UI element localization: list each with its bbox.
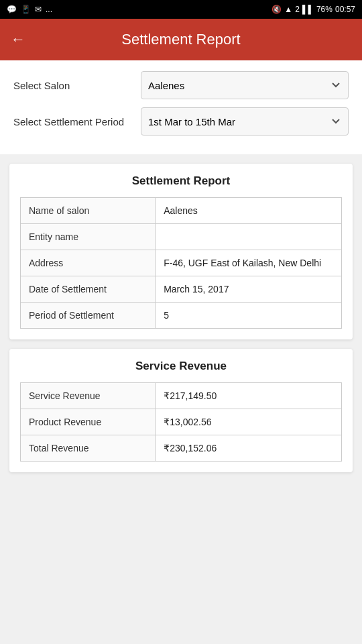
back-arrow-icon: ←	[11, 31, 25, 48]
settlement-table: Name of salon Aalenes Entity name Addres…	[20, 197, 342, 329]
phone-icon: 📱	[21, 5, 31, 14]
table-row: Product Revenue ₹13,002.56	[21, 409, 342, 435]
time-display: 00:57	[335, 5, 355, 14]
period-row: Select Settlement Period 1st Mar to 15th…	[13, 107, 349, 136]
table-row: Service Revenue ₹217,149.50	[21, 383, 342, 409]
table-row: Name of salon Aalenes	[21, 198, 342, 224]
salon-label: Select Salon	[13, 80, 141, 91]
row-value: ₹230,152.06	[156, 435, 342, 462]
row-label: Date of Settlement	[21, 276, 156, 303]
row-label: Address	[21, 250, 156, 276]
row-label: Product Revenue	[21, 409, 156, 435]
row-label: Entity name	[21, 224, 156, 250]
settlement-report-title: Settlement Report	[20, 174, 342, 188]
row-label: Period of Settlement	[21, 303, 156, 329]
back-button[interactable]: ←	[11, 31, 25, 48]
period-label: Select Settlement Period	[13, 116, 141, 127]
row-value	[156, 224, 342, 250]
row-value: March 15, 2017	[156, 276, 342, 303]
service-revenue-card: Service Revenue Service Revenue ₹217,149…	[9, 349, 353, 472]
sim-label: 2	[295, 5, 300, 14]
wifi-icon: ▲	[284, 5, 292, 14]
row-label: Service Revenue	[21, 383, 156, 409]
table-row: Entity name	[21, 224, 342, 250]
app-bar: ← Settlement Report	[0, 19, 362, 60]
battery-percent: 76%	[316, 5, 333, 14]
period-select[interactable]: 1st Mar to 15th Mar	[141, 107, 349, 136]
page-title: Settlement Report	[36, 31, 326, 48]
salon-select[interactable]: Aalenes	[141, 71, 349, 99]
table-row: Date of Settlement March 15, 2017	[21, 276, 342, 303]
more-icon: ...	[46, 5, 52, 14]
form-section: Select Salon Aalenes Select Settlement P…	[0, 60, 362, 154]
email-icon: ✉	[35, 5, 42, 14]
row-label: Name of salon	[21, 198, 156, 224]
status-bar: 💬 📱 ✉ ... 🔇 ▲ 2 ▌▌ 76% 00:57	[0, 0, 362, 19]
row-value: Aalenes	[156, 198, 342, 224]
signal-icon: ▌▌	[302, 5, 314, 14]
table-row: Total Revenue ₹230,152.06	[21, 435, 342, 462]
row-value: F-46, UGF East of Kailash, New Delhi	[156, 250, 342, 276]
row-value: 5	[156, 303, 342, 329]
row-value: ₹217,149.50	[156, 383, 342, 409]
revenue-table: Service Revenue ₹217,149.50 Product Reve…	[20, 382, 342, 462]
service-revenue-title: Service Revenue	[20, 360, 342, 373]
salon-row: Select Salon Aalenes	[13, 71, 349, 99]
settlement-report-card: Settlement Report Name of salon Aalenes …	[9, 164, 353, 339]
status-right-icons: 🔇 ▲ 2 ▌▌ 76% 00:57	[272, 5, 355, 14]
whatsapp-icon: 💬	[7, 5, 17, 14]
table-row: Period of Settlement 5	[21, 303, 342, 329]
row-label: Total Revenue	[21, 435, 156, 462]
mute-icon: 🔇	[272, 5, 282, 14]
table-row: Address F-46, UGF East of Kailash, New D…	[21, 250, 342, 276]
status-left-icons: 💬 📱 ✉ ...	[7, 5, 52, 14]
row-value: ₹13,002.56	[156, 409, 342, 435]
